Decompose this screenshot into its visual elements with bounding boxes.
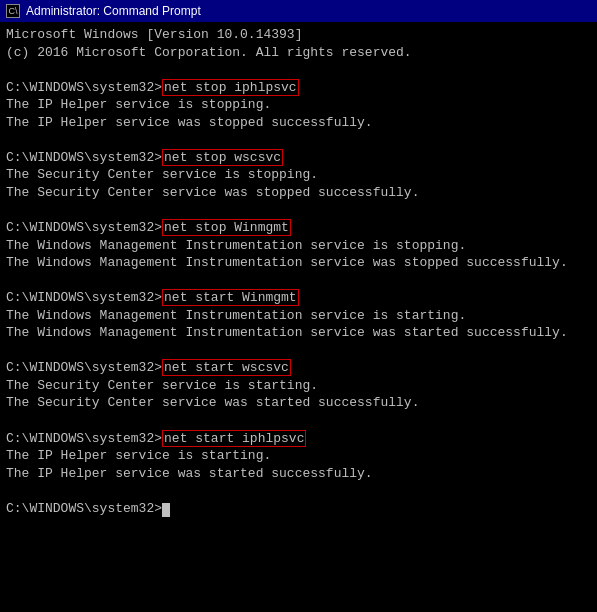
- terminal-line: (c) 2016 Microsoft Corporation. All righ…: [6, 44, 591, 62]
- terminal-line: The IP Helper service was stopped succes…: [6, 114, 591, 132]
- terminal-line: The Windows Management Instrumentation s…: [6, 307, 591, 325]
- terminal-line: The Windows Management Instrumentation s…: [6, 324, 591, 342]
- cmd-prefix: C:\WINDOWS\system32>: [6, 290, 162, 305]
- terminal-cursor: [162, 503, 170, 517]
- terminal-line: Microsoft Windows [Version 10.0.14393]: [6, 26, 591, 44]
- terminal-line: [6, 131, 591, 149]
- terminal-line: [6, 201, 591, 219]
- cmd-command: net start iphlpsvc: [162, 430, 306, 447]
- terminal-line: [6, 412, 591, 430]
- terminal-window: Microsoft Windows [Version 10.0.14393](c…: [0, 22, 597, 612]
- prompt-prefix: C:\WINDOWS\system32>: [6, 501, 162, 516]
- terminal-line: The Windows Management Instrumentation s…: [6, 254, 591, 272]
- terminal-line: [6, 61, 591, 79]
- cmd-command: net stop wscsvc: [162, 149, 283, 166]
- title-bar-text: Administrator: Command Prompt: [26, 4, 201, 18]
- cmd-command: net start Winmgmt: [162, 289, 299, 306]
- terminal-line: C:\WINDOWS\system32>: [6, 500, 591, 518]
- terminal-line: The Security Center service is starting.: [6, 377, 591, 395]
- cmd-prefix: C:\WINDOWS\system32>: [6, 431, 162, 446]
- cmd-prefix: C:\WINDOWS\system32>: [6, 220, 162, 235]
- terminal-line: C:\WINDOWS\system32>net start Winmgmt: [6, 289, 591, 307]
- cmd-prefix: C:\WINDOWS\system32>: [6, 360, 162, 375]
- terminal-line: [6, 272, 591, 290]
- terminal-line: The Windows Management Instrumentation s…: [6, 237, 591, 255]
- terminal-line: The Security Center service was started …: [6, 394, 591, 412]
- terminal-line: [6, 482, 591, 500]
- terminal-line: The IP Helper service is stopping.: [6, 96, 591, 114]
- terminal-line: C:\WINDOWS\system32>net start wscsvc: [6, 359, 591, 377]
- title-bar-icon: C\: [6, 4, 20, 18]
- terminal-line: The Security Center service was stopped …: [6, 184, 591, 202]
- cmd-prefix: C:\WINDOWS\system32>: [6, 150, 162, 165]
- terminal-line: C:\WINDOWS\system32>net stop iphlpsvc: [6, 79, 591, 97]
- cmd-command: net stop Winmgmt: [162, 219, 291, 236]
- cmd-prefix: C:\WINDOWS\system32>: [6, 80, 162, 95]
- terminal-line: The Security Center service is stopping.: [6, 166, 591, 184]
- terminal-line: The IP Helper service is starting.: [6, 447, 591, 465]
- terminal-line: C:\WINDOWS\system32>net start iphlpsvc: [6, 430, 591, 448]
- terminal-line: The IP Helper service was started succes…: [6, 465, 591, 483]
- cmd-command: net stop iphlpsvc: [162, 79, 299, 96]
- title-bar: C\ Administrator: Command Prompt: [0, 0, 597, 22]
- cmd-command: net start wscsvc: [162, 359, 291, 376]
- terminal-line: C:\WINDOWS\system32>net stop Winmgmt: [6, 219, 591, 237]
- terminal-line: C:\WINDOWS\system32>net stop wscsvc: [6, 149, 591, 167]
- terminal-line: [6, 342, 591, 360]
